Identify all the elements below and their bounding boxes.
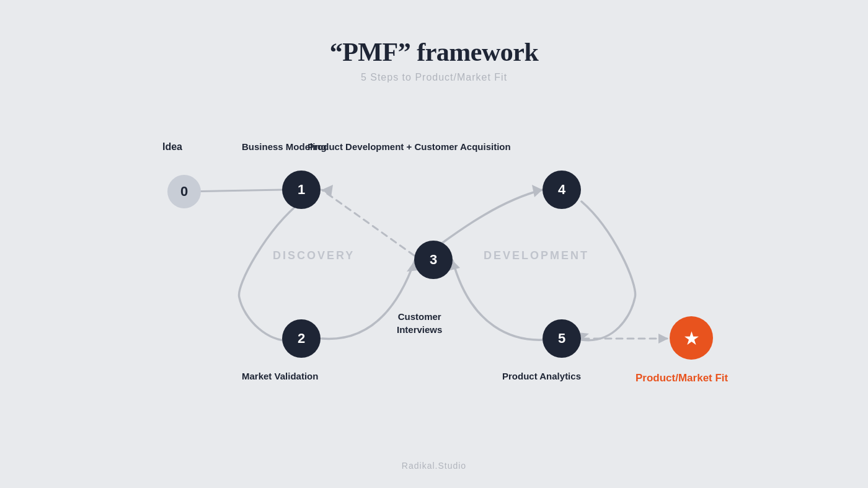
sub-title: 5 Steps to Product/Market Fit	[330, 72, 539, 83]
star-icon: ★	[683, 327, 700, 349]
page-container: “PMF” framework 5 Steps to Product/Marke…	[0, 0, 868, 488]
diagram-area: 0 1 2 3 4 5 ★ Idea Business Modeling P	[0, 105, 868, 453]
node-0: 0	[167, 175, 201, 208]
svg-marker-5	[532, 185, 542, 197]
footer: Radikal.Studio	[402, 461, 466, 471]
main-title: “PMF” framework	[330, 37, 539, 67]
svg-marker-4	[322, 185, 333, 197]
node-pmf: ★	[670, 316, 713, 360]
svg-marker-9	[658, 334, 668, 344]
node-2: 2	[282, 319, 321, 358]
node-5: 5	[542, 319, 581, 358]
node-1: 1	[282, 171, 321, 209]
header: “PMF” framework 5 Steps to Product/Marke…	[330, 37, 539, 83]
node-3: 3	[414, 241, 453, 279]
curves-svg	[0, 105, 868, 453]
svg-line-3	[322, 190, 414, 255]
node-4: 4	[542, 171, 581, 209]
